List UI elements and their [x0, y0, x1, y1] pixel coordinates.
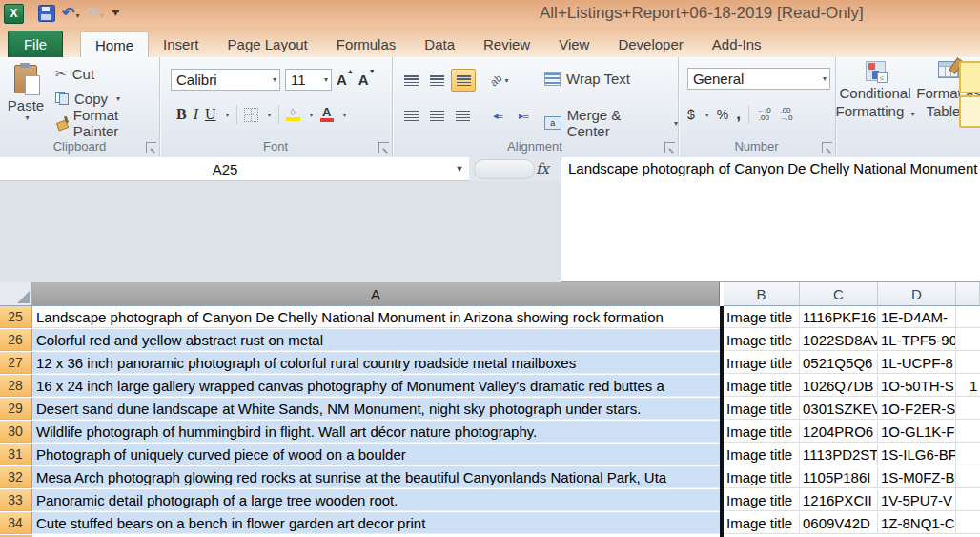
cell-c33[interactable]: 1216PXCII — [800, 489, 878, 511]
cut-button[interactable]: ✂ Cut — [55, 63, 94, 84]
cell-e28[interactable]: 1 — [956, 375, 980, 397]
column-header-e[interactable] — [956, 282, 980, 306]
cell-b32[interactable]: Image title — [724, 466, 800, 488]
cell-c30[interactable]: 1204PRO6 — [800, 421, 878, 443]
excel-logo-icon[interactable]: X — [4, 4, 24, 24]
undo-button[interactable]: ↶▾ — [62, 5, 79, 22]
row-header-30[interactable]: 30 — [0, 421, 32, 443]
format-painter-button[interactable]: Format Painter — [55, 113, 159, 134]
decrease-decimal-button[interactable]: .00→.0 — [779, 107, 793, 122]
tab-page-layout[interactable]: Page Layout — [214, 31, 322, 57]
copy-button[interactable]: Copy ▾ — [55, 88, 120, 109]
formula-bar-handle[interactable] — [474, 159, 535, 179]
row-header-34[interactable]: 34 — [0, 512, 32, 534]
insert-function-button[interactable]: fx — [536, 160, 549, 177]
tab-home[interactable]: Home — [80, 31, 149, 58]
wrap-text-button[interactable]: Wrap Text — [544, 71, 630, 87]
underline-chevron-icon[interactable]: ▾ — [226, 111, 230, 119]
cell-c31[interactable]: 1113PD2ST — [800, 444, 878, 465]
row-header-28[interactable]: 28 — [0, 375, 32, 397]
currency-chevron-icon[interactable]: ▾ — [705, 111, 709, 119]
cell-a27[interactable]: 12 x 36 inch panoramic photograph of col… — [32, 352, 720, 374]
cell-style-swatch[interactable] — [959, 61, 980, 93]
clipboard-dialog-launcher[interactable] — [146, 142, 156, 153]
cell-d33[interactable]: 1V-5PU7-V — [878, 489, 956, 511]
align-top-button[interactable] — [399, 70, 422, 91]
cell-b31[interactable]: Image title — [724, 444, 800, 465]
align-left-button[interactable] — [399, 105, 422, 126]
alignment-dialog-launcher[interactable] — [664, 142, 675, 153]
increase-indent-button[interactable]: ▸≡ — [512, 105, 535, 126]
cell-c25[interactable]: 1116PKF16 — [800, 306, 878, 328]
cell-a29[interactable]: Desert sand dune landscape at White Sand… — [32, 398, 720, 420]
cell-c34[interactable]: 0609V42D — [800, 512, 878, 534]
cell-a25[interactable]: Landscape photograph of Canyon De Chelly… — [32, 306, 720, 328]
cell-d32[interactable]: 1S-M0FZ-B — [878, 466, 956, 488]
row-header-31[interactable]: 31 — [0, 444, 32, 465]
redo-button[interactable]: ↷▾ — [86, 5, 103, 22]
bold-button[interactable]: B — [176, 106, 187, 123]
row-header-25[interactable]: 25 — [0, 306, 32, 328]
cell-e33[interactable] — [956, 489, 980, 511]
select-all-button[interactable] — [0, 282, 32, 306]
cell-d26[interactable]: 1L-TPF5-90 — [878, 329, 956, 351]
row-header-27[interactable]: 27 — [0, 352, 32, 374]
row-header-29[interactable]: 29 — [0, 398, 32, 420]
cell-e31[interactable] — [956, 444, 980, 465]
cell-b25[interactable]: Image title — [724, 306, 800, 328]
cell-e27[interactable] — [956, 352, 980, 374]
merge-center-button[interactable]: a Merge & Center ▾ — [544, 107, 678, 139]
cell-d29[interactable]: 1O-F2ER-S — [878, 398, 956, 420]
borders-chevron-icon[interactable]: ▾ — [268, 111, 272, 119]
fill-color-chevron-icon[interactable]: ▾ — [310, 111, 314, 119]
cell-d27[interactable]: 1L-UCPF-8 — [878, 352, 956, 374]
tab-add-ins[interactable]: Add-Ins — [698, 31, 776, 57]
cell-c29[interactable]: 0301SZKEV — [800, 398, 878, 420]
cell-e25[interactable] — [956, 306, 980, 328]
cell-d31[interactable]: 1S-ILG6-BF — [878, 444, 956, 465]
decrease-indent-button[interactable]: ◂≡ — [486, 105, 509, 126]
conditional-formatting-button[interactable]: ≤ Conditional Formatting ▾ — [835, 61, 915, 123]
qat-customize-button[interactable]: ▾ — [112, 10, 119, 16]
tab-formulas[interactable]: Formulas — [322, 31, 411, 57]
cell-b26[interactable]: Image title — [724, 329, 800, 351]
cell-d28[interactable]: 1O-50TH-S — [878, 375, 956, 397]
cell-d30[interactable]: 1O-GL1K-F — [878, 421, 956, 443]
orientation-button[interactable]: ab▾ — [488, 70, 511, 91]
grow-font-button[interactable]: A▲ — [337, 72, 354, 88]
cell-b30[interactable]: Image title — [724, 421, 800, 443]
column-header-a[interactable]: A — [32, 282, 720, 306]
save-icon[interactable] — [38, 5, 55, 22]
cell-b34[interactable]: Image title — [724, 512, 800, 534]
name-box-chevron-icon[interactable]: ▼ — [450, 157, 469, 181]
italic-button[interactable]: I — [194, 106, 198, 123]
tab-insert[interactable]: Insert — [149, 31, 214, 57]
cell-a34[interactable]: Cute stuffed bears on a bench in flower … — [32, 512, 720, 534]
borders-icon[interactable] — [244, 108, 258, 122]
number-format-select[interactable]: General ▾ — [687, 68, 830, 90]
cell-a33[interactable]: Panoramic detail photograph of a large t… — [32, 489, 720, 511]
font-color-chevron-icon[interactable]: ▾ — [343, 111, 347, 119]
cell-b29[interactable]: Image title — [724, 398, 800, 420]
align-right-button[interactable] — [451, 105, 474, 126]
cell-c26[interactable]: 1022SD8AV — [800, 329, 878, 351]
cell-c28[interactable]: 1026Q7DB — [800, 375, 878, 397]
column-header-d[interactable]: D — [878, 282, 956, 306]
cell-d25[interactable]: 1E-D4AM- — [878, 306, 956, 328]
align-center-button[interactable] — [425, 105, 448, 126]
tab-view[interactable]: View — [544, 31, 603, 57]
name-box[interactable]: A25 — [0, 157, 450, 181]
paste-button[interactable]: Paste ▾ — [4, 61, 48, 143]
percent-format-button[interactable]: % — [717, 107, 728, 122]
cell-a28[interactable]: 16 x 24 inch large gallery wrapped canva… — [32, 375, 720, 397]
font-color-button[interactable]: A — [320, 107, 334, 122]
cell-style-swatch[interactable] — [959, 95, 980, 128]
fill-color-button[interactable]: ◊ — [286, 108, 300, 121]
column-header-b[interactable]: B — [724, 282, 800, 306]
font-family-select[interactable]: Calibri ▾ — [171, 69, 280, 91]
cell-e29[interactable] — [956, 398, 980, 420]
column-header-c[interactable]: C — [800, 282, 878, 306]
comma-format-button[interactable]: , — [736, 110, 741, 119]
increase-decimal-button[interactable]: ←.0.00 — [757, 107, 771, 122]
tab-review[interactable]: Review — [469, 31, 544, 57]
